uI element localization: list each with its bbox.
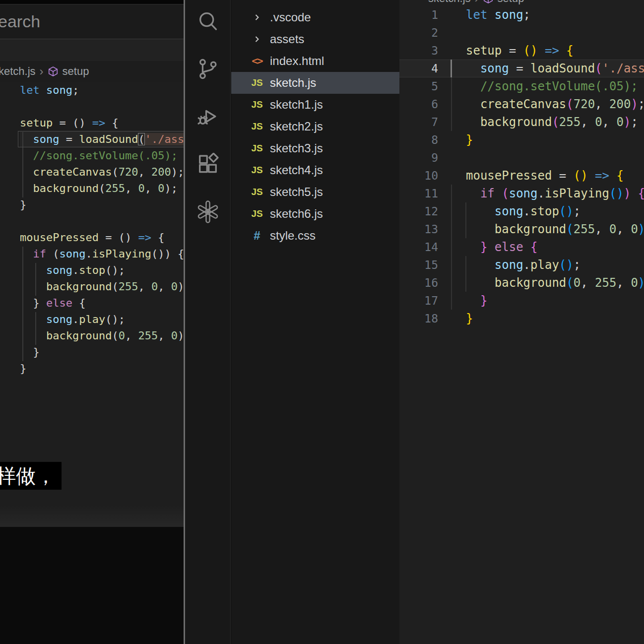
js-file-icon: JS [249,140,265,156]
file-label: index.html [270,54,324,68]
code-line: 9 [399,149,644,167]
code-line: 18} [399,310,644,327]
file-label: sketch3.js [270,141,323,155]
js-file-icon: JS [249,184,265,200]
code-line: background(0, 255, 0) [20,327,184,344]
line-number: 9 [399,149,438,167]
source-control-icon[interactable] [185,45,231,93]
editor-pane[interactable]: sketch.js › setup 1let song;23setup = ()… [399,0,644,644]
file-row-sketch5.js[interactable]: JSsketch5.js [231,181,399,203]
breadcrumb-separator: › [40,64,44,78]
code-line: background(255, 0, 0); [20,180,184,196]
video-code: let song;setup = () => { song = loadSoun… [0,82,184,377]
line-number: 14 [399,238,438,256]
js-file-icon: JS [249,119,265,134]
file-row-sketch4.js[interactable]: JSsketch4.js [231,159,399,181]
code-line: let song; [20,82,184,98]
file-label: sketch4.js [270,163,323,177]
explorer-sidebar: .vscodeassets<>index.htmlJSsketch.jsJSsk… [231,0,399,644]
breadcrumb-symbol: setup [63,65,89,78]
line-number: 18 [399,310,438,327]
file-row-style.css[interactable]: #style.css [231,225,399,247]
tutorial-video-pane: earch ketch.js › setup let song;setup = … [0,0,184,644]
code-line: 16 background(0, 255, 0) [399,274,644,292]
search-icon[interactable] [185,0,231,45]
file-row-sketch2.js[interactable]: JSsketch2.js [231,116,399,137]
line-number: 1 [399,6,438,24]
file-row-index.html[interactable]: <>index.html [231,50,399,72]
file-row-sketch6.js[interactable]: JSsketch6.js [231,203,399,225]
code-line: song = loadSound('./ass [20,131,184,147]
line-number: 10 [399,167,438,185]
line-number: 6 [399,95,438,113]
code-line: 14 } else { [399,238,644,256]
line-number: 13 [399,220,438,238]
code-line: 1let song; [399,6,644,24]
breadcrumb-separator: › [475,0,479,5]
file-label: sketch5.js [270,185,323,199]
video-tab-bar [0,39,184,61]
code-line: 2 [399,24,644,42]
file-row-sketch.js[interactable]: JSsketch.js [231,72,399,94]
indent-guide [465,202,466,238]
file-row-.vscode[interactable]: .vscode [231,6,399,28]
screen: earch ketch.js › setup let song;setup = … [0,0,644,644]
line-number: 11 [399,185,438,202]
code-line: 10mousePressed = () => { [399,167,644,185]
line-number: 17 [399,292,438,310]
code-line [20,98,184,115]
line-number: 12 [399,202,438,220]
indent-guide [451,185,452,310]
symbol-cube-icon [48,66,59,77]
code-line: song.play(); [20,311,184,327]
code-line: } [20,196,184,213]
code-line: 8} [399,131,644,149]
breadcrumb-file: sketch.js [428,0,471,5]
file-label: sketch.js [270,76,316,90]
video-search-text: earch [0,12,40,31]
code-line: 4 song = loadSound('./ass [399,60,644,77]
indent-guide [451,77,452,131]
run-debug-icon[interactable] [185,93,231,140]
video-window-bottom [0,505,184,527]
line-number: 4 [399,60,438,77]
js-file-icon: JS [249,162,265,178]
code-line: 6 createCanvas(720, 200); [399,95,644,113]
editor-breadcrumb: sketch.js › setup [399,0,644,5]
line-number: 15 [399,256,438,274]
html-file-icon: <> [249,53,265,69]
code-line: mousePressed = () => { [20,229,184,246]
js-file-icon: JS [249,97,265,113]
file-label: assets [270,32,304,46]
code-line [20,213,184,229]
code-line: if (song.isPlaying()) { [20,246,184,262]
code-line: 5 //song.setVolume(.05); [399,77,644,95]
code-line: 11 if (song.isPlaying()) { [399,185,644,202]
code-line: 3setup = () => { [399,42,644,60]
activity-bar [185,0,231,644]
symbol-cube-icon [483,0,494,4]
openai-icon[interactable] [185,188,231,236]
file-row-sketch3.js[interactable]: JSsketch3.js [231,137,399,159]
line-number: 16 [399,274,438,292]
file-label: style.css [270,229,316,243]
line-number: 2 [399,24,438,42]
breadcrumb-file: ketch.js [0,65,36,78]
code-line: createCanvas(720, 200); [20,164,184,180]
file-label: sketch2.js [270,120,323,133]
js-file-icon: JS [249,206,265,222]
chevron-right-icon [249,31,265,47]
code-line: 15 song.play(); [399,256,644,274]
code-line: 17 } [399,292,644,310]
file-row-assets[interactable]: assets [231,28,399,50]
code-line: 13 background(255, 0, 0) [399,220,644,238]
subtitle-overlay: 样做， [0,462,62,490]
video-vscode-window: earch ketch.js › setup let song;setup = … [0,0,184,527]
file-row-sketch1.js[interactable]: JSsketch1.js [231,94,399,116]
line-number: 3 [399,42,438,60]
indent-guide [465,256,466,292]
code-line: background(255, 0, 0) [20,278,184,295]
extensions-icon[interactable] [185,140,231,188]
editor-code: 1let song;23setup = () => {4 song = load… [399,6,644,327]
video-search-box[interactable]: earch [0,4,184,39]
